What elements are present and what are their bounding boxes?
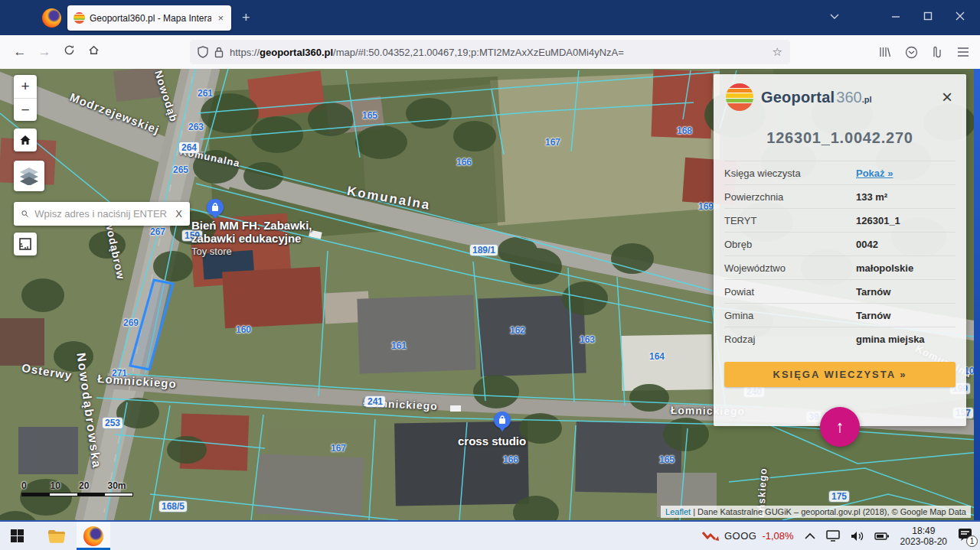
library-icon[interactable]	[879, 46, 891, 58]
tab-list-chevron-icon[interactable]	[823, 11, 846, 21]
row-teryt: TERYT 126301_1	[724, 208, 956, 232]
tray-time: 18:49	[900, 526, 947, 536]
tray-date: 2023-08-20	[900, 536, 947, 547]
geoportal-favicon	[74, 12, 85, 24]
parcel-label-166: 166	[503, 454, 518, 465]
panel-close-icon[interactable]: ×	[939, 89, 956, 105]
toy-store-map-pin[interactable]	[207, 199, 224, 216]
browser-tab[interactable]: Geoportal360.pl - Mapa Interakt ×	[67, 5, 231, 31]
firefox-taskbar-button[interactable]	[77, 522, 110, 550]
notification-center-button[interactable]: 1	[958, 528, 972, 544]
tab-close-icon[interactable]: ×	[216, 12, 225, 24]
parcel-label-264: 264	[179, 142, 199, 153]
firefox-icon	[83, 526, 103, 546]
stock-widget[interactable]: GOOG -1,08%	[702, 530, 794, 542]
geoportal-wordmark: Geoportal360.pl	[761, 89, 939, 106]
parcel-info-panel: Geoportal360.pl × 126301_1.0042.270 Księ…	[714, 74, 966, 426]
stock-ticker: GOOG	[724, 530, 756, 542]
layers-icon	[19, 167, 39, 185]
menu-icon[interactable]	[957, 47, 969, 57]
tab-title: Geoportal360.pl - Mapa Interakt	[90, 13, 211, 24]
parcel-label-253: 253	[103, 418, 122, 428]
cross-studio-map-pin[interactable]	[494, 412, 511, 428]
windows-logo-icon	[11, 529, 24, 542]
parcel-label-261: 261	[198, 88, 213, 99]
layers-button[interactable]	[14, 161, 44, 191]
leaflet-link[interactable]: Leaflet	[665, 507, 691, 516]
search-icon	[21, 208, 28, 220]
stock-down-arrow-icon	[702, 530, 719, 542]
house-icon	[19, 134, 31, 146]
parcel-label-163: 163	[580, 334, 595, 345]
measure-button[interactable]	[14, 233, 37, 255]
geoportal-logo	[726, 83, 753, 111]
parcel-label-161: 161	[391, 340, 407, 351]
forward-icon[interactable]: →	[32, 44, 57, 60]
parcel-label-263: 263	[188, 122, 204, 132]
parcel-label-169: 169	[698, 201, 714, 212]
url-bar[interactable]: https://geoportal360.pl/map/#l:50.04352,…	[190, 40, 790, 64]
battery-icon[interactable]	[874, 532, 890, 541]
stock-change: -1,08%	[762, 530, 793, 542]
row-gmina: Gmina Tarnów	[724, 303, 956, 327]
close-window-button[interactable]	[949, 11, 972, 21]
map-attribution: Leaflet | Dane Katastralne GUGiK – geopo…	[661, 506, 971, 518]
map-home-button[interactable]	[14, 129, 37, 151]
ksiega-wieczysta-button[interactable]: KSIĘGA WIECZYSTA »	[724, 362, 956, 387]
back-icon[interactable]: ←	[8, 44, 32, 60]
start-button[interactable]	[0, 522, 34, 550]
firefox-app-icon	[42, 8, 61, 28]
save-page-icon[interactable]	[932, 46, 943, 58]
cross-studio-label[interactable]: cross studio	[458, 434, 526, 447]
parcel-label-160: 160	[236, 324, 251, 335]
bookmark-star-icon[interactable]: ☆	[773, 45, 782, 59]
scale-bar-graphic	[21, 493, 133, 496]
minimize-button[interactable]	[884, 11, 907, 21]
pocket-icon[interactable]	[905, 46, 918, 59]
parcel-label-241: 241	[365, 396, 385, 407]
row-ksiega-wieczysta: Księga wieczysta Pokaż »	[724, 161, 956, 184]
parcel-label-168-5: 168/5	[159, 501, 187, 512]
parcel-label-162: 162	[510, 325, 525, 336]
scroll-up-fab[interactable]: ↑	[820, 407, 860, 447]
parcel-label-267: 267	[150, 226, 165, 237]
desktop: Geoportal360.pl - Mapa Interakt × + ← →	[0, 0, 980, 550]
parcel-label-165: 165	[362, 110, 377, 121]
new-tab-button[interactable]: +	[242, 11, 250, 24]
hidden-icons-chevron-icon[interactable]	[805, 532, 815, 539]
toy-store-label[interactable]: Bień MM FH. Zabawki, zabawki edukacyjne …	[191, 219, 312, 258]
parcel-label-269: 269	[123, 317, 139, 328]
row-powierzchnia: Powierzchnia 133 m²	[724, 184, 956, 208]
pokaz-link[interactable]: Pokaż »	[856, 168, 893, 179]
file-explorer-button[interactable]	[40, 522, 74, 550]
browser-titlebar: Geoportal360.pl - Mapa Interakt × +	[0, 0, 980, 35]
reload-icon[interactable]	[57, 44, 81, 60]
shield-icon[interactable]	[198, 46, 208, 58]
parcel-label-168: 168	[677, 125, 692, 136]
map-canvas[interactable]: ModrzejewskiejNowodąbKomunalnaKomunalnaN…	[0, 69, 980, 520]
parcel-label-265: 265	[173, 164, 188, 175]
windows-taskbar: GOOG -1,08% 18:49 2023-08-20	[0, 520, 980, 550]
parcel-label-164: 164	[649, 351, 665, 362]
parcel-id-title: 126301_1.0042.270	[714, 129, 966, 147]
zoom-out-button[interactable]: −	[14, 98, 37, 121]
folder-icon	[47, 529, 66, 544]
up-arrow-icon: ↑	[836, 417, 844, 437]
scale-bar: 0 10 20 30m	[21, 480, 136, 496]
row-obreb: Obręb 0042	[724, 232, 956, 255]
search-clear-button[interactable]: X	[175, 208, 182, 220]
address-search[interactable]: X	[14, 202, 190, 226]
lock-icon[interactable]	[214, 47, 224, 58]
parcel-label-271: 271	[112, 368, 127, 379]
parcel-label-166: 166	[456, 157, 472, 168]
search-input[interactable]	[34, 208, 169, 220]
speaker-icon[interactable]	[851, 531, 864, 542]
clock[interactable]: 18:49 2023-08-20	[900, 526, 947, 547]
maximize-button[interactable]	[916, 11, 939, 21]
home-icon[interactable]	[81, 44, 106, 60]
network-display-icon[interactable]	[826, 530, 840, 542]
zoom-controls: + −	[14, 75, 37, 121]
measure-icon	[18, 237, 32, 251]
zoom-in-button[interactable]: +	[14, 75, 37, 98]
parcel-label-167: 167	[331, 443, 346, 454]
